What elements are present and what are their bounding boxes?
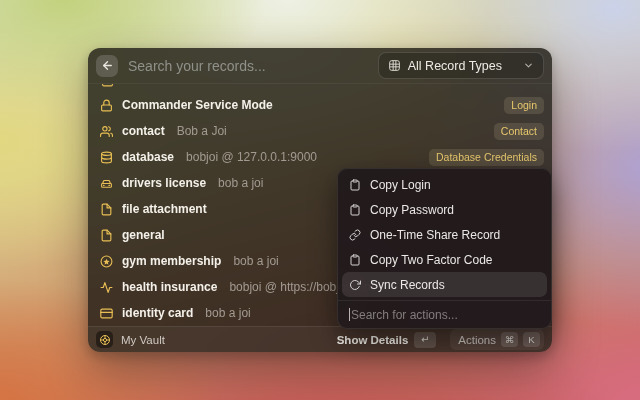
record-subtitle: bobjoi @ 127.0.0.1:9000 [186, 150, 317, 164]
grid-icon [388, 59, 401, 72]
record-subtitle: bob a joi [205, 306, 250, 320]
record-type-badge: Database Credentials [429, 149, 544, 166]
menu-item-label: Copy Password [370, 203, 454, 217]
menu-item-label: Sync Records [370, 278, 445, 292]
link-icon [349, 229, 361, 241]
actions-label: Actions [458, 334, 496, 346]
actions-search-field[interactable]: Search for actions... [338, 301, 551, 328]
footer-actions: Show Details ↵ Actions ⌘ K [337, 329, 544, 350]
record-row-contact[interactable]: contact Bob a Joi Contact [88, 118, 552, 144]
record-row-database[interactable]: database bobjoi @ 127.0.0.1:9000 Databas… [88, 144, 552, 170]
record-title: Commander Service Mode [122, 98, 273, 112]
record-subtitle: bob a joi [233, 254, 278, 268]
record-type-filter-label: All Record Types [408, 59, 502, 73]
sync-icon [349, 279, 361, 291]
menu-item-sync-records[interactable]: Sync Records [342, 272, 547, 297]
record-type-filter-dropdown[interactable]: All Record Types [378, 52, 544, 79]
record-type-badge: Contact [494, 123, 544, 140]
record-subtitle: Bob a Joi [177, 124, 227, 138]
record-title: identity card [122, 306, 193, 320]
car-icon [100, 177, 113, 190]
k-key-icon: K [523, 332, 540, 347]
id-card-icon [100, 307, 113, 320]
text-cursor [349, 308, 350, 321]
record-title: drivers license [122, 176, 206, 190]
record-title: file attachment [122, 202, 207, 216]
menu-item-label: Copy Two Factor Code [370, 253, 493, 267]
scrolled-row-sliver [88, 84, 552, 92]
command-key-icon: ⌘ [501, 332, 518, 347]
clipboard-icon [349, 204, 361, 216]
quick-search-window: All Record Types Commander Service Mode … [88, 48, 552, 352]
record-row-commander-service-mode[interactable]: Commander Service Mode Login [88, 92, 552, 118]
actions-menu-items: Copy Login Copy Password One-Time Share … [338, 169, 551, 300]
menu-item-copy-password[interactable]: Copy Password [342, 197, 547, 222]
record-title: gym membership [122, 254, 221, 268]
record-title: general [122, 228, 165, 242]
enter-key-icon: ↵ [414, 332, 436, 348]
show-details-label: Show Details [337, 334, 409, 346]
record-title: contact [122, 124, 165, 138]
database-icon [100, 151, 113, 164]
file-icon [100, 203, 113, 216]
menu-item-label: One-Time Share Record [370, 228, 500, 242]
arrow-left-icon [101, 59, 114, 72]
menu-item-label: Copy Login [370, 178, 431, 192]
actions-button[interactable]: Actions ⌘ K [450, 329, 544, 350]
star-circle-icon [100, 255, 113, 268]
record-type-badge: Login [504, 97, 544, 114]
back-button[interactable] [96, 55, 118, 77]
actions-search-placeholder: Search for actions... [351, 308, 458, 322]
menu-item-one-time-share[interactable]: One-Time Share Record [342, 222, 547, 247]
clipboard-icon [349, 179, 361, 191]
vault-label: My Vault [121, 334, 165, 346]
chevron-down-icon [523, 60, 534, 71]
contact-icon [100, 125, 113, 138]
menu-item-copy-login[interactable]: Copy Login [342, 172, 547, 197]
clipped-record-icon [101, 84, 114, 88]
search-input[interactable] [128, 58, 378, 74]
record-subtitle: bob a joi [218, 176, 263, 190]
lock-icon [100, 99, 113, 112]
pulse-icon [100, 281, 113, 294]
menu-item-copy-two-factor[interactable]: Copy Two Factor Code [342, 247, 547, 272]
file-icon [100, 229, 113, 242]
vault-logo-icon [96, 331, 113, 348]
record-title: database [122, 150, 174, 164]
show-details-button[interactable]: Show Details ↵ [337, 332, 437, 348]
record-title: health insurance [122, 280, 217, 294]
clipboard-icon [349, 254, 361, 266]
search-header: All Record Types [88, 48, 552, 84]
footer-bar: My Vault Show Details ↵ Actions ⌘ K [88, 326, 552, 352]
vault-selector[interactable]: My Vault [96, 331, 165, 348]
record-actions-menu: Copy Login Copy Password One-Time Share … [337, 168, 552, 329]
